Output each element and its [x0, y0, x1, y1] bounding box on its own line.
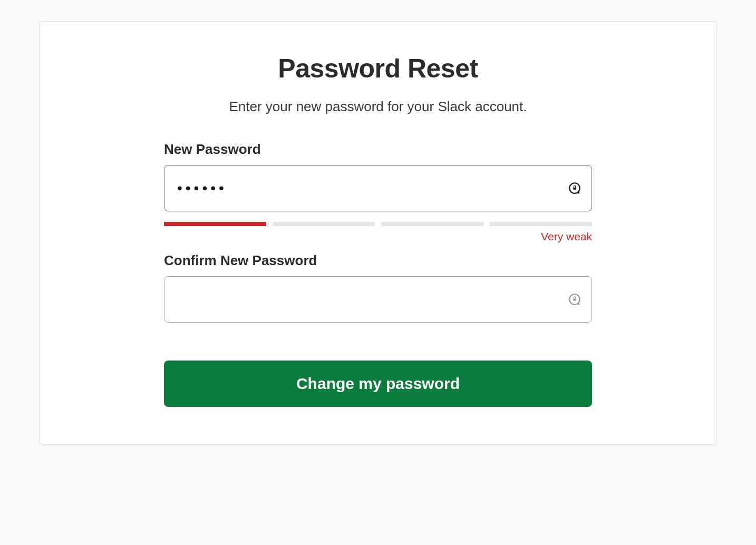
- page-title: Password Reset: [164, 53, 592, 84]
- confirm-password-section: Confirm New Password: [164, 252, 592, 323]
- new-password-input[interactable]: [164, 165, 592, 211]
- svg-rect-3: [573, 298, 576, 300]
- strength-segment-1: [164, 222, 266, 226]
- confirm-password-wrapper: [164, 276, 592, 323]
- page-subtitle: Enter your new password for your Slack a…: [164, 99, 592, 115]
- new-password-wrapper: [164, 165, 592, 211]
- confirm-password-input[interactable]: [164, 276, 592, 323]
- new-password-section: New Password Very weak: [164, 141, 592, 243]
- change-password-button[interactable]: Change my password: [164, 361, 592, 407]
- password-manager-icon[interactable]: [568, 293, 581, 306]
- password-reset-card: Password Reset Enter your new password f…: [40, 21, 716, 444]
- strength-segment-3: [381, 222, 483, 226]
- confirm-password-label: Confirm New Password: [164, 252, 592, 269]
- strength-segment-4: [490, 222, 592, 226]
- strength-segment-2: [273, 222, 375, 226]
- svg-rect-1: [573, 187, 576, 189]
- password-manager-icon[interactable]: [568, 181, 581, 195]
- password-strength-label: Very weak: [164, 230, 592, 243]
- new-password-label: New Password: [164, 141, 592, 158]
- password-strength-meter: [164, 222, 592, 226]
